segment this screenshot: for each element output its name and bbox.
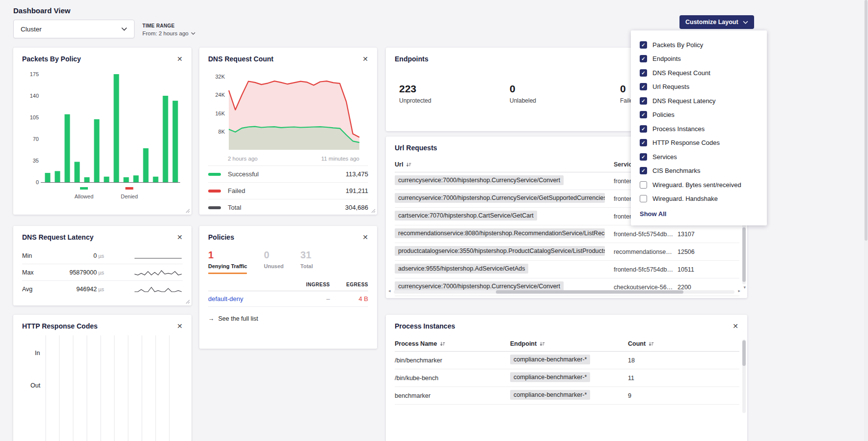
card-header: HTTP Response Codes ✕ bbox=[13, 315, 191, 333]
series-label-out: Out bbox=[30, 382, 40, 389]
see-full-list-link[interactable]: → See the full list bbox=[208, 315, 368, 322]
checkbox[interactable]: ✓ bbox=[640, 167, 647, 174]
page-scrollbar[interactable] bbox=[864, 0, 868, 441]
policy-stat-total[interactable]: 31Total bbox=[300, 249, 313, 274]
metric-value: 95879000 µs bbox=[43, 269, 104, 276]
metric-label: Min bbox=[22, 252, 43, 259]
checkbox[interactable]: ✓ bbox=[640, 41, 647, 49]
close-icon[interactable]: ✕ bbox=[361, 233, 369, 242]
checkbox[interactable]: ✓ bbox=[640, 55, 647, 62]
checkbox[interactable]: ✓ bbox=[640, 97, 647, 105]
policy-name-link[interactable]: default-deny bbox=[208, 295, 292, 303]
checkbox[interactable]: ✓ bbox=[640, 125, 647, 133]
url-chip: cartservice:7070/hipstershop.CartService… bbox=[395, 211, 537, 220]
customize-layout-button[interactable]: Customize Layout bbox=[679, 15, 754, 29]
close-icon[interactable]: ✕ bbox=[732, 322, 739, 331]
time-range-from[interactable]: From: 2 hours ago bbox=[142, 30, 195, 36]
card-header: Packets By Policy ✕ bbox=[13, 48, 191, 66]
svg-text:105: 105 bbox=[30, 114, 39, 120]
resize-handle-icon[interactable] bbox=[185, 208, 190, 213]
endpoint-cell: compliance-benchmarker-* bbox=[510, 390, 628, 401]
table-row: /bin/benchmarkercompliance-benchmarker-*… bbox=[395, 352, 739, 369]
menu-item-url-requests[interactable]: ✓Url Requests bbox=[640, 80, 758, 94]
page-title: Dashboard View bbox=[13, 6, 70, 15]
column-header-process-name: Process Name bbox=[395, 340, 510, 347]
http-response-grid-chart bbox=[42, 334, 189, 441]
menu-item-dns-request-count[interactable]: ✓DNS Request Count bbox=[640, 66, 758, 80]
scrollbar-thumb[interactable] bbox=[742, 340, 746, 366]
scrollbar-thumb[interactable] bbox=[742, 227, 746, 282]
sort-icon[interactable] bbox=[440, 341, 445, 347]
dns-request-count-card: DNS Request Count ✕ 8K16K24K32K2 hours a… bbox=[199, 48, 377, 215]
http-response-codes-card: HTTP Response Codes ✕ In Out bbox=[13, 315, 191, 441]
service-cell: recommendationse… bbox=[614, 248, 678, 255]
menu-item-policies[interactable]: ✓Policies bbox=[640, 108, 758, 122]
endpoint-stat-unprotected: 223Unprotected bbox=[399, 83, 510, 104]
checkbox[interactable]: ✓ bbox=[640, 83, 647, 90]
checkbox[interactable]: ✓ bbox=[640, 153, 647, 161]
menu-item-label: Packets By Policy bbox=[652, 41, 703, 49]
view-select[interactable]: Cluster bbox=[13, 20, 135, 38]
checkbox[interactable]: ✓ bbox=[640, 139, 647, 146]
show-all-link[interactable]: Show All bbox=[640, 210, 758, 218]
sort-icon[interactable] bbox=[649, 341, 654, 347]
menu-item-packets-by-policy[interactable]: ✓Packets By Policy bbox=[640, 38, 758, 52]
checkbox[interactable] bbox=[640, 195, 647, 202]
stat-label: Denying Traffic bbox=[208, 263, 247, 269]
packets-by-policy-card: Packets By Policy ✕ 03570105140175Allowe… bbox=[13, 48, 191, 215]
svg-text:2 hours ago: 2 hours ago bbox=[228, 156, 258, 162]
menu-item-label: Endpoints bbox=[652, 55, 681, 62]
column-header-url: Url bbox=[395, 161, 614, 168]
endpoint-cell: compliance-benchmarker-* bbox=[510, 372, 628, 384]
resize-handle-icon[interactable] bbox=[371, 208, 376, 213]
url-chip: productcatalogservice:3550/hipstershop.P… bbox=[395, 246, 605, 256]
url-cell: currencyservice:7000/hipstershop.Currenc… bbox=[395, 193, 614, 204]
dns-area-chart: 8K16K24K32K2 hours ago11 minutes ago bbox=[209, 67, 366, 165]
policy-row: default-deny–4 B bbox=[208, 291, 368, 307]
count-cell: 9 bbox=[628, 392, 739, 399]
svg-text:Allowed: Allowed bbox=[75, 193, 94, 199]
menu-item-cis-benchmarks[interactable]: ✓CIS Benchmarks bbox=[640, 164, 758, 178]
menu-item-wireguard-handshake[interactable]: Wireguard. Handshake bbox=[640, 192, 758, 206]
sort-icon[interactable] bbox=[406, 162, 411, 167]
menu-item-label: CIS Benchmarks bbox=[652, 167, 701, 174]
policy-stat-denying-traffic[interactable]: 1Denying Traffic bbox=[208, 249, 247, 274]
close-icon[interactable]: ✕ bbox=[176, 55, 184, 63]
resize-handle-icon[interactable] bbox=[185, 299, 190, 304]
menu-item-endpoints[interactable]: ✓Endpoints bbox=[640, 52, 758, 66]
arrow-right-icon: → bbox=[208, 315, 215, 322]
menu-item-http-response-codes[interactable]: ✓HTTP Response Codes bbox=[640, 136, 758, 150]
menu-item-services[interactable]: ✓Services bbox=[640, 150, 758, 164]
checkbox[interactable] bbox=[640, 181, 647, 189]
scroll-left-arrow-icon[interactable]: ◂ bbox=[388, 289, 391, 293]
menu-item-dns-request-latency[interactable]: ✓DNS Request Latency bbox=[640, 94, 758, 108]
sort-icon[interactable] bbox=[540, 341, 545, 347]
policy-stat-unused[interactable]: 0Unused bbox=[264, 249, 283, 274]
checkbox[interactable]: ✓ bbox=[640, 111, 647, 118]
close-icon[interactable]: ✕ bbox=[176, 233, 184, 242]
vertical-scrollbar[interactable] bbox=[742, 339, 746, 413]
dashboard-page: Dashboard View Cluster TIME RANGE From: … bbox=[0, 0, 868, 441]
scroll-down-arrow-icon[interactable]: ▾ bbox=[743, 285, 746, 290]
url-cell: currencyservice:7000/hipstershop.Currenc… bbox=[395, 175, 614, 187]
menu-item-label: Process Instances bbox=[652, 125, 705, 133]
checkbox[interactable]: ✓ bbox=[640, 69, 647, 77]
endpoint-chip: compliance-benchmarker-* bbox=[510, 390, 590, 400]
time-range-label: TIME RANGE bbox=[142, 23, 195, 28]
scrollbar-thumb[interactable] bbox=[865, 0, 868, 241]
chevron-down-icon bbox=[743, 21, 748, 24]
close-icon[interactable]: ✕ bbox=[361, 55, 369, 63]
policies-body: 1Denying Traffic0Unused31Total INGRESS E… bbox=[208, 248, 368, 322]
close-icon[interactable]: ✕ bbox=[176, 322, 184, 331]
menu-item-process-instances[interactable]: ✓Process Instances bbox=[640, 122, 758, 136]
legend-label: Successful bbox=[228, 170, 346, 178]
svg-text:70: 70 bbox=[33, 136, 39, 142]
url-chip: currencyservice:7000/hipstershop.Currenc… bbox=[395, 193, 605, 203]
scroll-right-arrow-icon[interactable]: ▸ bbox=[738, 289, 740, 293]
scrollbar-thumb[interactable] bbox=[496, 290, 683, 294]
horizontal-scrollbar[interactable] bbox=[394, 290, 734, 294]
process-name-cell: /bin/kube-bench bbox=[395, 375, 510, 382]
chevron-down-icon bbox=[121, 27, 127, 31]
card-title: Packets By Policy bbox=[22, 55, 81, 63]
menu-item-wireguard-bytes-sent-received[interactable]: Wireguard. Bytes sent/received bbox=[640, 178, 758, 192]
